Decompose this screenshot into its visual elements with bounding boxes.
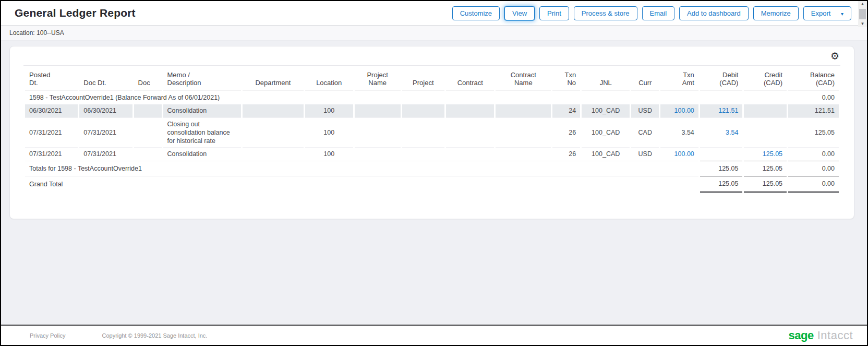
cell-doc-dt: 07/31/2021 (79, 117, 132, 148)
cell-memo: Consolidation (163, 147, 242, 160)
cell-debit (700, 147, 743, 160)
cell-doc-dt: 06/30/2021 (79, 104, 132, 117)
grand-total-balance: 0.00 (788, 176, 839, 193)
action-buttons: Customize View Print Process & store Ema… (448, 6, 851, 20)
totals-row: Totals for 1598 - TestAccountOverride1 1… (25, 161, 839, 176)
col-header-doc-dt: Doc Dt. (79, 67, 132, 90)
customize-button[interactable]: Customize (452, 6, 500, 20)
gl-table: Posted Dt. Doc Dt. Doc Memo / Descriptio… (23, 67, 840, 193)
cell-jnl: 100_CAD (582, 147, 630, 160)
memorize-button[interactable]: Memorize (753, 6, 799, 20)
group-header-balance: 0.00 (788, 90, 839, 104)
cell-posted-dt: 07/31/2021 (25, 147, 78, 160)
cell-contract (446, 104, 494, 117)
cell-txn-no: 26 (552, 117, 580, 148)
cell-department (243, 117, 303, 148)
cell-contract-name (496, 104, 551, 117)
location-bar: Location: 100--USA (1, 26, 867, 41)
grand-total-label: Grand Total (25, 176, 698, 193)
cell-project-name (355, 117, 401, 148)
content-area: ⚙ Posted Dt. Doc Dt. Doc Memo / Descript… (1, 41, 867, 325)
logo-intacct: Intacct (817, 329, 853, 342)
app-window: General Ledger Report Customize View Pri… (0, 0, 868, 346)
top-bar: General Ledger Report Customize View Pri… (1, 1, 867, 26)
col-header-credit: Credit (CAD) (744, 67, 787, 90)
cell-posted-dt: 07/31/2021 (25, 117, 78, 148)
col-header-project: Project (402, 67, 445, 90)
group-header-label: 1598 - TestAccountOverride1 (Balance For… (25, 90, 787, 104)
totals-credit: 125.05 (744, 161, 787, 176)
grand-total-debit: 125.05 (700, 176, 743, 193)
cell-curr: USD (631, 147, 659, 160)
scroll-down-icon[interactable]: ▼ (861, 22, 865, 26)
cell-memo: Closing out consolidation balance for hi… (163, 117, 242, 148)
cell-project-name (355, 104, 401, 117)
cell-balance: 121.51 (788, 104, 839, 117)
cell-debit-link[interactable]: 3.54 (700, 117, 743, 148)
logo-sage: sage (789, 329, 814, 342)
gear-icon[interactable]: ⚙ (830, 51, 839, 61)
cell-doc (134, 117, 162, 148)
cell-debit-link[interactable]: 121.51 (700, 104, 743, 117)
cell-doc-dt: 07/31/2021 (79, 147, 132, 160)
cell-txn-amt: 3.54 (660, 117, 698, 148)
totals-debit: 125.05 (700, 161, 743, 176)
cell-project (402, 147, 445, 160)
export-button-label: Export (811, 9, 831, 17)
cell-location: 100 (305, 104, 353, 117)
cell-curr: USD (631, 104, 659, 117)
col-header-jnl: JNL (582, 67, 630, 90)
cell-curr: CAD (631, 117, 659, 148)
chevron-down-icon: ▾ (841, 11, 843, 17)
scrollbar-thumb[interactable] (859, 9, 866, 19)
report-card: ⚙ Posted Dt. Doc Dt. Doc Memo / Descript… (9, 46, 854, 219)
table-row: 06/30/2021 06/30/2021 Consolidation 100 … (25, 104, 839, 117)
table-header-row: Posted Dt. Doc Dt. Doc Memo / Descriptio… (25, 67, 839, 90)
cell-project (402, 117, 445, 148)
scrollbar[interactable]: ▲ ▼ (858, 1, 867, 27)
cell-location: 100 (305, 117, 353, 148)
cell-jnl: 100_CAD (582, 104, 630, 117)
col-header-posted-dt: Posted Dt. (25, 67, 78, 90)
grand-total-credit: 125.05 (744, 176, 787, 193)
cell-txn-amt-link[interactable]: 100.00 (660, 104, 698, 117)
cell-contract (446, 147, 494, 160)
privacy-policy-link[interactable]: Privacy Policy (30, 332, 65, 339)
cell-doc (134, 104, 162, 117)
export-button[interactable]: Export ▾ (803, 6, 851, 20)
cell-credit (744, 104, 787, 117)
totals-balance: 0.00 (788, 161, 839, 176)
grand-total-row: Grand Total 125.05 125.05 0.00 (25, 176, 839, 193)
cell-jnl: 100_CAD (582, 117, 630, 148)
col-header-location: Location (305, 67, 353, 90)
email-button[interactable]: Email (642, 6, 675, 20)
print-button[interactable]: Print (539, 6, 569, 20)
scroll-up-icon[interactable]: ▲ (861, 2, 865, 6)
cell-memo: Consolidation (163, 104, 242, 117)
col-header-txn-no: Txn No (552, 67, 580, 90)
view-button[interactable]: View (504, 6, 535, 20)
cell-posted-dt: 06/30/2021 (25, 104, 78, 117)
cell-contract (446, 117, 494, 148)
col-header-txn-amt: Txn Amt (660, 67, 698, 90)
col-header-contract-name: Contract Name (496, 67, 551, 90)
cell-department (243, 104, 303, 117)
add-to-dashboard-button[interactable]: Add to dashboard (679, 6, 749, 20)
sage-intacct-logo: sage Intacct (789, 329, 853, 342)
col-header-memo: Memo / Description (163, 67, 242, 90)
col-header-department: Department (243, 67, 303, 90)
process-store-button[interactable]: Process & store (574, 6, 637, 20)
totals-label: Totals for 1598 - TestAccountOverride1 (25, 161, 698, 176)
page-title: General Ledger Report (15, 7, 136, 19)
cell-project (402, 104, 445, 117)
cell-contract-name (496, 117, 551, 148)
cell-contract-name (496, 147, 551, 160)
cell-balance: 0.00 (788, 147, 839, 160)
col-header-balance: Balance (CAD) (788, 67, 839, 90)
table-row: 07/31/2021 07/31/2021 Closing out consol… (25, 117, 839, 148)
cell-txn-no: 26 (552, 147, 580, 160)
col-header-debit: Debit (CAD) (700, 67, 743, 90)
cell-txn-amt-link[interactable]: 100.00 (660, 147, 698, 160)
cell-credit-link[interactable]: 125.05 (744, 147, 787, 160)
table-row: 07/31/2021 07/31/2021 Consolidation 100 … (25, 147, 839, 160)
